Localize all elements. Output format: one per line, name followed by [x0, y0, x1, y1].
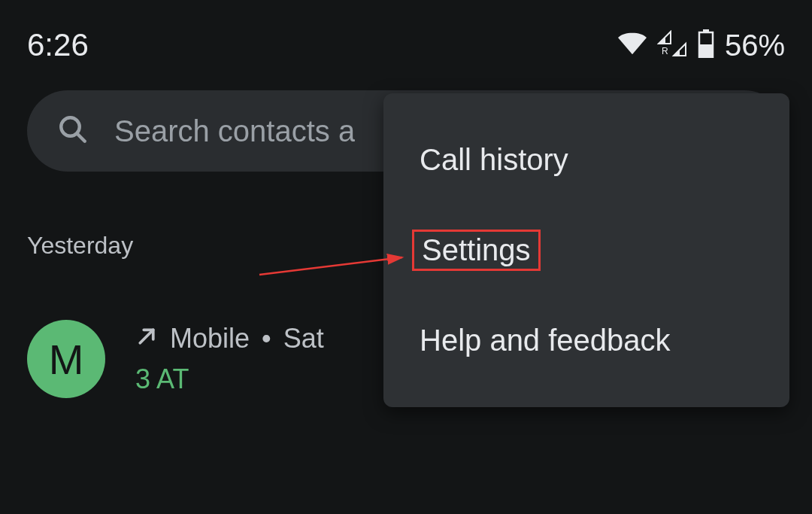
call-carrier: 3 AT — [135, 363, 324, 395]
svg-line-5 — [77, 133, 85, 141]
settings-highlight-box: Settings — [412, 230, 541, 271]
call-separator: • — [262, 323, 271, 354]
battery-icon — [698, 29, 714, 61]
svg-text:R: R — [662, 46, 668, 56]
status-time: 6:26 — [27, 27, 89, 63]
call-type: Mobile — [170, 323, 250, 354]
svg-rect-3 — [699, 44, 713, 58]
svg-line-6 — [140, 330, 153, 343]
overflow-menu: Call history Settings Help and feedback — [383, 93, 789, 407]
outgoing-call-icon — [135, 323, 158, 354]
call-day: Sat — [283, 323, 324, 354]
call-details: Mobile • Sat 3 AT — [135, 323, 324, 395]
menu-item-help-feedback[interactable]: Help and feedback — [383, 297, 789, 385]
menu-item-settings[interactable]: Settings — [383, 204, 789, 297]
search-icon — [57, 114, 89, 148]
status-icons: R 56% — [618, 29, 785, 62]
search-placeholder: Search contacts a — [114, 114, 355, 148]
call-meta: Mobile • Sat — [135, 323, 324, 354]
signal-icon: R — [657, 30, 687, 60]
status-bar: 6:26 R 56% — [0, 0, 812, 75]
wifi-icon — [618, 32, 647, 58]
battery-percentage: 56% — [725, 29, 785, 62]
menu-item-call-history[interactable]: Call history — [383, 116, 789, 204]
avatar: M — [27, 320, 105, 398]
